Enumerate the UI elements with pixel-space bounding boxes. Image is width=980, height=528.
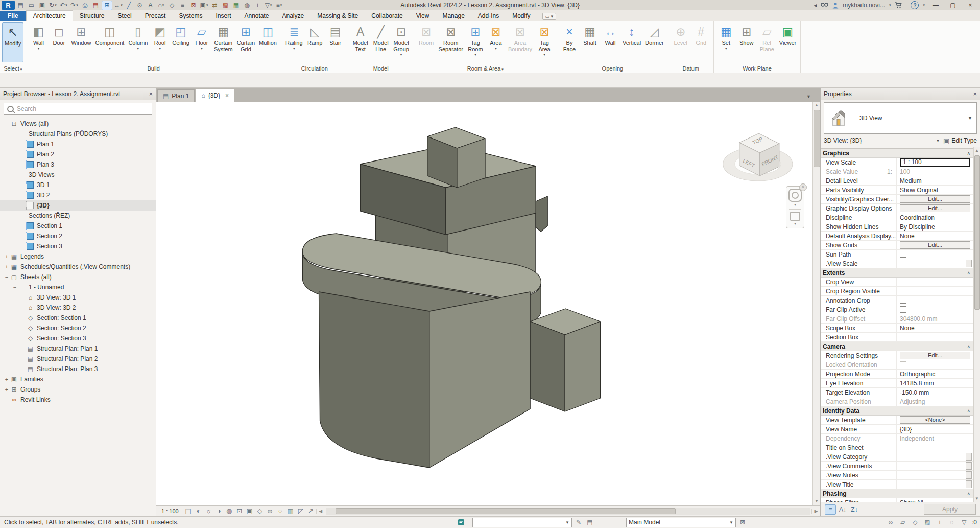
property-row-title-on-sheet[interactable]: Title on Sheet xyxy=(821,443,973,452)
shield-caret-icon[interactable]: ▾ xyxy=(270,3,272,7)
property-ellipsis-button[interactable] xyxy=(966,260,972,267)
model-panel-label[interactable]: Model xyxy=(349,64,413,73)
tree-item-section-section-1[interactable]: ◇Section: Section 1 xyxy=(0,313,156,323)
section-collapse-icon[interactable]: ∧ xyxy=(967,491,970,496)
tree-item-3d-view-3d-2[interactable]: ⌂3D View: 3D 2 xyxy=(0,303,156,313)
collapse-icon[interactable]: − xyxy=(11,284,18,290)
ramp-button[interactable]: ◺Ramp xyxy=(305,22,325,62)
property-value[interactable] xyxy=(896,471,973,479)
railing-button[interactable]: ≣Railing▾ xyxy=(283,22,305,62)
property-value[interactable] xyxy=(896,287,973,295)
scroll-right-icon[interactable]: ▶ xyxy=(811,509,820,514)
property-row--view-scale[interactable]: .View Scale xyxy=(821,259,973,268)
properties-close-icon[interactable]: × xyxy=(973,90,977,98)
project-browser-close-icon[interactable]: × xyxy=(149,90,153,98)
unlocked-3d-view-icon[interactable]: ◇ xyxy=(255,507,265,515)
instance-caret-icon[interactable]: ▾ xyxy=(937,135,941,146)
view-tab-close-icon[interactable]: × xyxy=(225,92,229,99)
scroll-down-icon[interactable]: ▼ xyxy=(975,495,979,502)
open-button[interactable]: ▭ xyxy=(27,1,36,10)
floor-caret-icon[interactable]: ▾ xyxy=(201,46,203,51)
tree-item-section-3[interactable]: Section 3 xyxy=(0,241,156,251)
selection-options-dropdown[interactable]: ▭ ▾ xyxy=(542,13,557,20)
crop-view-icon[interactable]: ⊡ xyxy=(234,507,245,515)
visual-style-icon[interactable]: ◐ xyxy=(194,507,204,515)
tab-steel[interactable]: Steel xyxy=(111,11,138,21)
area-button[interactable]: ⊠Area▾ xyxy=(486,22,506,62)
wall-opening-button[interactable]: ↔Wall xyxy=(600,22,620,62)
component-button[interactable]: ◫Component▾ xyxy=(93,22,127,62)
properties-scrollbar[interactable]: ▲ ▼ xyxy=(973,147,980,502)
railing-caret-icon[interactable]: ▾ xyxy=(293,46,295,51)
property-row-detail-level[interactable]: Detail LevelMedium xyxy=(821,176,973,186)
zoom-caret-icon[interactable]: ▾ xyxy=(794,222,796,226)
tree-item-section-section-3[interactable]: ◇Section: Section 3 xyxy=(0,333,156,343)
tree-item-3d-2[interactable]: 3D 2 xyxy=(0,190,156,200)
tab-insert[interactable]: Insert xyxy=(209,11,237,21)
property-ellipsis-button[interactable] xyxy=(966,453,972,461)
redo-button[interactable]: ↷▾ xyxy=(69,1,79,10)
filter-icon[interactable]: ▽ xyxy=(960,519,969,526)
section-button[interactable]: ◇ xyxy=(167,1,177,10)
tree-item-plan-1[interactable]: Plan 1 xyxy=(0,139,156,149)
text-button[interactable]: A xyxy=(146,1,155,10)
switch-windows-button[interactable]: ▣▾ xyxy=(199,1,209,10)
tree-item--3d-[interactable]: {3D} xyxy=(0,200,156,211)
show-button[interactable]: ⊞Show xyxy=(736,22,757,62)
minimize-button[interactable]: — xyxy=(929,2,942,9)
work-plane-panel-label[interactable]: Work Plane xyxy=(715,64,799,73)
property-value[interactable] xyxy=(896,360,973,369)
design-options-combo[interactable]: Main Model▼ ⊠ xyxy=(626,518,747,527)
tab-view[interactable]: View xyxy=(410,11,436,21)
model-3d[interactable]: TOP LEFT FRONT xyxy=(156,102,812,505)
steering-wheel-caret-icon[interactable]: ▾ xyxy=(794,203,796,207)
property-row-view-template[interactable]: View Template<None> xyxy=(821,416,973,425)
property-row-far-clip-active[interactable]: Far Clip Active xyxy=(821,305,973,314)
switch-windows-caret-icon[interactable]: ▾ xyxy=(206,3,208,7)
collapse-icon[interactable]: − xyxy=(11,213,18,219)
close-inactive-views-button[interactable]: ⊠ xyxy=(188,1,198,10)
cart-icon[interactable] xyxy=(895,2,902,8)
tab-collaborate[interactable]: Collaborate xyxy=(365,11,409,21)
horizontal-scroll-thumb[interactable] xyxy=(336,508,676,514)
room-area-panel-caret-icon[interactable]: ▾ xyxy=(501,67,504,71)
property-row-phase-filter[interactable]: Phase FilterShow All xyxy=(821,498,973,502)
ribbon-collapse-icon[interactable]: ◂ xyxy=(814,2,817,9)
detail-line-button[interactable]: ╱ xyxy=(124,1,134,10)
tab-massing-site[interactable]: Massing & Site xyxy=(310,11,365,21)
dormer-button[interactable]: ◿Dormer xyxy=(643,22,666,62)
shaft-button[interactable]: ▦Shaft xyxy=(580,22,600,62)
model-line-button[interactable]: ╱ModelLine xyxy=(371,22,391,62)
property-row-target-elevation[interactable]: Target Elevation-150.0 mm xyxy=(821,388,973,397)
view-tab--3d-[interactable]: ⌂{3D}× xyxy=(196,89,234,102)
set-caret-icon[interactable]: ▾ xyxy=(725,46,727,51)
tree-item-families[interactable]: +▣Families xyxy=(0,374,156,384)
detail-level-icon[interactable]: ▤ xyxy=(183,507,194,515)
tree-item-schedules-quantities-view-comments-[interactable]: +▦Schedules/Quantities (.View Comments) xyxy=(0,262,156,272)
property-row-locked-orientation[interactable]: Locked Orientation xyxy=(821,360,973,370)
render-in-cloud-button[interactable]: ◍ xyxy=(242,1,252,10)
shadows-icon[interactable]: ◑ xyxy=(214,507,224,515)
scale-button[interactable]: 1 : 100 xyxy=(156,507,183,515)
property-row-camera-position[interactable]: Camera PositionAdjusting xyxy=(821,397,973,406)
select-panel-label[interactable]: Select▾ xyxy=(1,64,25,73)
revit-logo[interactable]: R xyxy=(2,1,15,10)
property-ellipsis-button[interactable] xyxy=(966,480,972,488)
property-checkbox[interactable] xyxy=(900,297,906,304)
property-row--view-notes[interactable]: .View Notes xyxy=(821,471,973,480)
property-row-far-clip-offset[interactable]: Far Clip Offset304800.0 mm xyxy=(821,314,973,324)
vertical-scrollbar[interactable]: ▲ ▼ xyxy=(812,102,820,505)
undo-caret-icon[interactable]: ▾ xyxy=(65,3,67,7)
tree-item-3d-views[interactable]: −3D Views xyxy=(0,170,156,180)
expand-icon[interactable]: + xyxy=(3,376,10,382)
property-value[interactable]: Edit... xyxy=(896,204,973,213)
property-checkbox[interactable] xyxy=(900,334,906,340)
section-collapse-icon[interactable]: ∧ xyxy=(967,344,970,349)
collapse-icon[interactable]: − xyxy=(11,172,18,178)
tree-item-section-section-2[interactable]: ◇Section: Section 2 xyxy=(0,323,156,333)
section-collapse-icon[interactable]: ∧ xyxy=(967,151,970,156)
temporary-view-properties-icon[interactable]: ▥ xyxy=(285,507,296,515)
temporary-hide-isolate-icon[interactable]: ∞ xyxy=(265,507,275,515)
print-preview-button[interactable]: ▤ xyxy=(91,1,101,10)
property-value[interactable] xyxy=(896,250,973,259)
